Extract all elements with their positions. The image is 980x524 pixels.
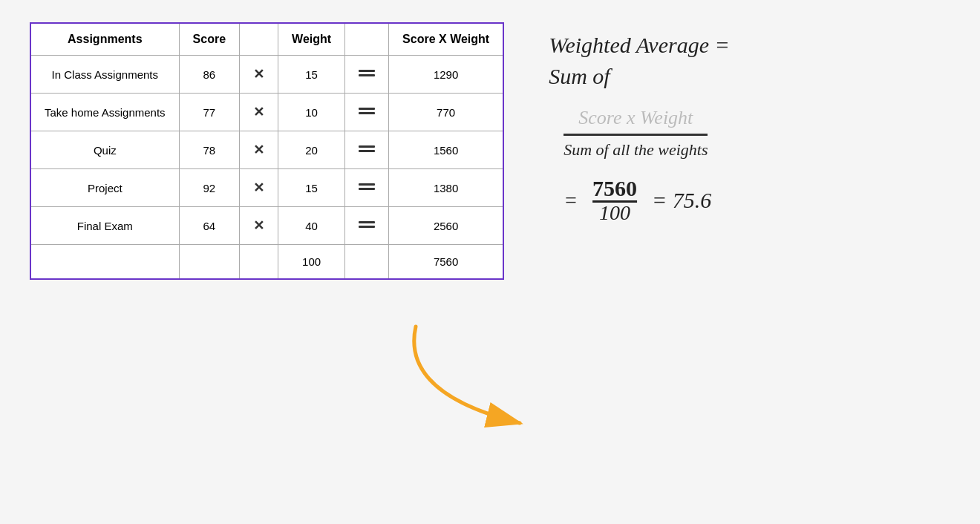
- table-section: Assignments Score Weight Score X Weight …: [30, 22, 504, 280]
- equals-icon: [345, 94, 389, 131]
- col-header-weight: Weight: [278, 23, 345, 56]
- weighted-average-table: Assignments Score Weight Score X Weight …: [30, 22, 504, 280]
- assignment-name: Quiz: [30, 131, 179, 169]
- col-header-op: [240, 23, 278, 56]
- col-header-assignments: Assignments: [30, 23, 179, 56]
- arrow-container: [356, 319, 579, 438]
- col-header-eq: [345, 23, 389, 56]
- table-row: Quiz 78 ✕ 20 1560: [30, 131, 503, 169]
- multiply-icon: ✕: [240, 94, 278, 131]
- result-value: 770: [389, 94, 504, 131]
- main-container: Assignments Score Weight Score X Weight …: [0, 0, 980, 524]
- totals-weight: 100: [278, 245, 345, 280]
- result-value: 1290: [389, 56, 504, 94]
- totals-score-empty: [179, 245, 239, 280]
- equals-icon: [345, 207, 389, 245]
- result-value: 1380: [389, 169, 504, 207]
- totals-eq-empty: [345, 245, 389, 280]
- col-header-score: Score: [179, 23, 239, 56]
- curved-arrow-icon: [356, 319, 579, 438]
- score-value: 86: [179, 56, 239, 94]
- result-value: 1560: [389, 131, 504, 169]
- result-value: 2560: [389, 207, 504, 245]
- table-row: Project 92 ✕ 15 1380: [30, 169, 503, 207]
- fraction-divider: [564, 134, 708, 136]
- totals-result: 7560: [389, 245, 504, 280]
- multiply-icon: ✕: [240, 56, 278, 94]
- fraction-denominator: Sum of all the weights: [564, 137, 708, 160]
- equals-icon: [345, 56, 389, 94]
- multiply-icon: ✕: [240, 169, 278, 207]
- result-line: = 7560 100 = 75.6: [549, 176, 950, 225]
- table-row: Final Exam 64 ✕ 40 2560: [30, 207, 503, 245]
- result-fraction: 7560 100: [592, 176, 637, 225]
- result-numerator: 7560: [592, 176, 637, 201]
- totals-row: 100 7560: [30, 245, 503, 280]
- weight-value: 40: [278, 207, 345, 245]
- formula-title: Weighted Average = Sum of: [549, 30, 950, 92]
- formula-title-line2: Sum of: [549, 64, 610, 88]
- formula-section: Weighted Average = Sum of Score x Weight…: [549, 22, 950, 225]
- assignment-name: Take home Assignments: [30, 94, 179, 131]
- result-equals: =: [564, 189, 578, 212]
- assignment-name: In Class Assignments: [30, 56, 179, 94]
- multiply-icon: ✕: [240, 207, 278, 245]
- col-header-score-x-weight: Score X Weight: [389, 23, 504, 56]
- equals-icon: [345, 131, 389, 169]
- assignment-name: Final Exam: [30, 207, 179, 245]
- formula-title-line1: Weighted Average =: [549, 33, 730, 57]
- assignment-name: Project: [30, 169, 179, 207]
- weight-value: 15: [278, 169, 345, 207]
- final-result-value: = 75.6: [652, 188, 711, 213]
- result-denominator: 100: [599, 201, 630, 225]
- multiply-icon: ✕: [240, 131, 278, 169]
- formula-fraction: Score x Weight Sum of all the weights: [549, 107, 950, 160]
- weight-value: 20: [278, 131, 345, 169]
- weight-value: 10: [278, 94, 345, 131]
- fraction-numerator: Score x Weight: [564, 107, 708, 132]
- totals-label: [30, 245, 179, 280]
- table-row: In Class Assignments 86 ✕ 15 1290: [30, 56, 503, 94]
- weight-value: 15: [278, 56, 345, 94]
- totals-op-empty: [240, 245, 278, 280]
- equals-icon: [345, 169, 389, 207]
- fraction-wrapper: Score x Weight Sum of all the weights: [564, 107, 708, 160]
- table-row: Take home Assignments 77 ✕ 10 770: [30, 94, 503, 131]
- score-value: 77: [179, 94, 239, 131]
- score-value: 64: [179, 207, 239, 245]
- score-value: 92: [179, 169, 239, 207]
- score-value: 78: [179, 131, 239, 169]
